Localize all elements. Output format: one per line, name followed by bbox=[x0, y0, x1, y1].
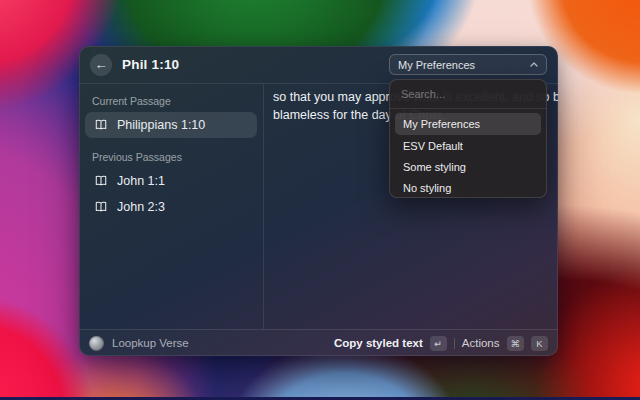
section-title-previous-passages: Previous Passages bbox=[92, 151, 250, 163]
option-some-styling[interactable]: Some styling bbox=[395, 157, 541, 177]
dropdown-search-input[interactable] bbox=[401, 88, 535, 100]
option-my-preferences[interactable]: My Preferences bbox=[395, 113, 541, 135]
option-label: No styling bbox=[403, 182, 451, 194]
extension-name: Loopkup Verse bbox=[112, 337, 189, 349]
extension-icon bbox=[89, 336, 104, 351]
actions-menu-button[interactable]: Actions bbox=[462, 337, 500, 349]
dropdown-options: My Preferences ESV Default Some styling … bbox=[390, 109, 546, 198]
back-button[interactable]: ← bbox=[90, 54, 112, 76]
copy-styled-text-action[interactable]: Copy styled text bbox=[334, 337, 423, 349]
launcher-window: ← Phil 1:10 My Preferences Current Passa… bbox=[79, 46, 558, 356]
footer-divider bbox=[454, 338, 455, 349]
k-key-icon: K bbox=[531, 336, 548, 351]
style-dropdown[interactable]: My Preferences bbox=[389, 54, 547, 75]
option-esv-default[interactable]: ESV Default bbox=[395, 136, 541, 156]
chevron-up-icon bbox=[530, 62, 538, 67]
open-book-icon bbox=[94, 200, 108, 214]
action-bar: Loopkup Verse Copy styled text ↵ Actions… bbox=[79, 329, 558, 356]
option-label: Some styling bbox=[403, 161, 466, 173]
style-dropdown-value: My Preferences bbox=[398, 59, 475, 71]
sidebar-item-john-2-3[interactable]: John 2:3 bbox=[85, 194, 257, 220]
sidebar-item-label: John 1:1 bbox=[117, 174, 165, 188]
return-key-icon: ↵ bbox=[430, 336, 447, 351]
style-dropdown-panel: My Preferences ESV Default Some styling … bbox=[389, 79, 547, 198]
option-label: ESV Default bbox=[403, 140, 463, 152]
desktop: ← Phil 1:10 My Preferences Current Passa… bbox=[0, 0, 640, 400]
back-arrow-icon: ← bbox=[95, 57, 108, 72]
sidebar-item-philippians-1-10[interactable]: Philippians 1:10 bbox=[85, 112, 257, 138]
open-book-icon bbox=[94, 174, 108, 188]
sidebar-item-john-1-1[interactable]: John 1:1 bbox=[85, 168, 257, 194]
page-title: Phil 1:10 bbox=[122, 57, 179, 72]
sidebar-item-label: Philippians 1:10 bbox=[117, 118, 205, 132]
footer-actions: Copy styled text ↵ Actions ⌘ K bbox=[334, 336, 548, 351]
section-title-current-passage: Current Passage bbox=[92, 95, 250, 107]
open-book-icon bbox=[94, 118, 108, 132]
command-key-icon: ⌘ bbox=[507, 336, 525, 351]
option-no-styling[interactable]: No styling bbox=[395, 178, 541, 198]
dropdown-search bbox=[390, 80, 546, 109]
option-label: My Preferences bbox=[403, 118, 480, 130]
passages-sidebar: Current Passage Philippians 1:10 Previou… bbox=[79, 84, 264, 329]
sidebar-item-label: John 2:3 bbox=[117, 200, 165, 214]
